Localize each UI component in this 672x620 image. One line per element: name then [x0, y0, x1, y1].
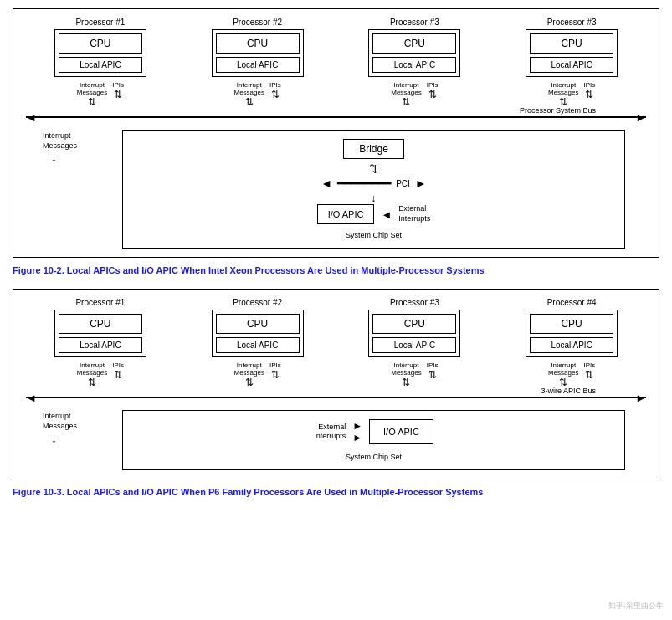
- int-msg-arrow-2: ⇅: [245, 96, 254, 108]
- ipis-arrow-3: ⇅: [428, 89, 437, 100]
- three-wire-label: 3-wire APIC Bus: [541, 387, 596, 395]
- figure-title-2: Figure 10-3.: [13, 487, 64, 497]
- interrupt-item-2-1: InterruptMessages ⇅ IPIs ⇅: [46, 361, 155, 388]
- apic-bus-arrow-left: ◄: [26, 392, 37, 404]
- ipis-group-3: IPIs ⇅: [427, 81, 439, 100]
- diagram2-lower: InterruptMessages ↓ ExternalInterrupts ►…: [22, 410, 650, 470]
- cpu-apic-box-2-4: CPU Local APIC: [526, 310, 618, 357]
- ipis-group-2-1: IPIs ⇅: [112, 361, 124, 381]
- ipis-group-2: IPIs ⇅: [269, 81, 281, 100]
- pci-line: ━━━━━━━━: [337, 177, 391, 190]
- apic-label-3: Local APIC: [372, 57, 456, 73]
- int-msg-group-1: InterruptMessages ⇅: [77, 81, 107, 108]
- pci-arrow-left: ◄: [321, 177, 332, 190]
- ipis-text-3: IPIs: [427, 81, 439, 89]
- bridge-arrow-down: ⇅: [369, 162, 378, 175]
- interrupt-msg-arrow-2: ↓: [51, 432, 57, 445]
- external-interrupts-label-2: ExternalInterrupts: [314, 423, 346, 442]
- processor-system-bus-label: Processor System Bus: [520, 106, 596, 115]
- system-chipset-label-2: System Chip Set: [346, 453, 402, 461]
- ipis-arrow-2-2: ⇅: [271, 369, 280, 381]
- int-msg-group-2-4: InterruptMessages ⇅: [548, 361, 578, 388]
- io-apic-arrow: ◄: [381, 208, 392, 221]
- figure-caption-1: Figure 10-2. Local APICs and I/O APIC Wh…: [13, 264, 659, 277]
- ipis-text-1: IPIs: [112, 81, 124, 89]
- processor-box-4: Processor #3 CPU Local APIC: [517, 18, 626, 77]
- apic-label-2-3: Local APIC: [372, 337, 456, 353]
- processor-box-3: Processor #3 CPU Local APIC: [360, 18, 469, 77]
- cpu-apic-box-2-1: CPU Local APIC: [54, 310, 146, 357]
- int-msg-text-4: InterruptMessages: [548, 81, 578, 96]
- apic-label-2: Local APIC: [216, 57, 300, 73]
- processor-box-2-4: Processor #4 CPU Local APIC: [517, 298, 626, 357]
- int-msg-arrow-3: ⇅: [402, 96, 410, 108]
- interrupt-signals-4: InterruptMessages ⇅ IPIs ⇅: [548, 81, 595, 108]
- interrupt-msg-arrow-1: ↓: [51, 151, 57, 164]
- interrupt-signals-2-4: InterruptMessages ⇅ IPIs ⇅: [548, 361, 595, 388]
- lower-left-2: InterruptMessages ↓: [22, 410, 122, 470]
- int-msg-arrow-2-1: ⇅: [88, 377, 96, 388]
- interrupt-msg-label-1: InterruptMessages: [43, 131, 77, 151]
- interrupt-signals-2-3: InterruptMessages ⇅ IPIs ⇅: [391, 361, 438, 388]
- int-msg-arrow-1: ⇅: [88, 96, 96, 108]
- ipis-arrow-2-4: ⇅: [585, 369, 593, 381]
- chipset-box-2: ExternalInterrupts ► ► I/O APIC System C…: [122, 410, 625, 470]
- int-msg-group-3: InterruptMessages ⇅: [391, 81, 421, 108]
- apic-label-2-1: Local APIC: [59, 337, 142, 353]
- ipis-group-2-4: IPIs ⇅: [583, 361, 595, 381]
- ipis-text-4: IPIs: [583, 81, 595, 89]
- interrupt-signals-2: InterruptMessages ⇅ IPIs ⇅: [234, 81, 281, 108]
- pci-arrow-right: ►: [415, 177, 427, 190]
- int-msg-group-2-2: InterruptMessages ⇅: [234, 361, 264, 388]
- apic-label-4: Local APIC: [530, 57, 613, 73]
- bridge-box: Bridge: [343, 139, 404, 159]
- cpu-label-2-2: CPU: [216, 314, 300, 334]
- interrupt-row-2: InterruptMessages ⇅ IPIs ⇅ InterruptMess…: [22, 361, 650, 388]
- cpu-apic-box-1: CPU Local APIC: [54, 29, 146, 77]
- pci-label: PCI: [396, 179, 410, 188]
- interrupt-msg-label-2: InterruptMessages: [43, 412, 77, 431]
- cpu-apic-box-2-2: CPU Local APIC: [212, 310, 304, 357]
- cpu-label-2: CPU: [216, 33, 300, 54]
- chipset-box-1: Bridge ⇅ ◄ ━━━━━━━━ PCI ► ↓ I/O APIC ◄ E…: [122, 130, 625, 249]
- cpu-label-2-3: CPU: [372, 314, 456, 334]
- processor-box-1: Processor #1 CPU Local APIC: [46, 18, 155, 77]
- interrupt-item-1: InterruptMessages ⇅ IPIs ⇅: [46, 81, 155, 108]
- int-msg-text-2-1: InterruptMessages: [77, 361, 107, 377]
- int-msg-text-2-4: InterruptMessages: [548, 361, 578, 377]
- ipis-arrow-2-1: ⇅: [114, 369, 122, 381]
- processor-label-4: Processor #3: [547, 18, 597, 27]
- ipis-text-2: IPIs: [269, 81, 281, 89]
- ipis-arrow-1: ⇅: [114, 89, 122, 100]
- interrupt-item-2-4: InterruptMessages ⇅ IPIs ⇅: [517, 361, 626, 388]
- int-msg-group-2-3: InterruptMessages ⇅: [391, 361, 421, 388]
- processor-label-2-2: Processor #2: [233, 298, 282, 307]
- interrupt-item-4: InterruptMessages ⇅ IPIs ⇅: [517, 81, 626, 108]
- ext-arrow-2: ►: [352, 432, 362, 443]
- pci-to-io: ↓: [371, 192, 377, 204]
- pci-arrow-down: ↓: [371, 192, 377, 204]
- ipis-group-2-2: IPIs ⇅: [269, 361, 281, 381]
- int-msg-group-4: InterruptMessages ⇅: [548, 81, 578, 108]
- diagram1: Processor #1 CPU Local APIC Processor #2…: [13, 8, 659, 258]
- int-msg-text-1: InterruptMessages: [77, 81, 107, 96]
- bus-arrow-left: ◄: [26, 111, 37, 124]
- processor-box-2: Processor #2 CPU Local APIC: [203, 18, 312, 77]
- figure-caption-2: Figure 10-3. Local APICs and I/O APIC Wh…: [13, 486, 659, 499]
- figure-title-1: Figure 10-2.: [13, 265, 64, 275]
- int-msg-text-2: InterruptMessages: [234, 81, 264, 96]
- apic-bus-arrow-right: ►: [635, 392, 646, 404]
- interrupt-signals-1: InterruptMessages ⇅ IPIs ⇅: [77, 81, 124, 108]
- interrupt-row-1: InterruptMessages ⇅ IPIs ⇅ InterruptMess…: [22, 81, 650, 108]
- int-msg-arrow-2-2: ⇅: [245, 377, 254, 388]
- pci-row: ◄ ━━━━━━━━ PCI ►: [321, 177, 426, 190]
- interrupt-item-2: InterruptMessages ⇅ IPIs ⇅: [203, 81, 312, 108]
- apic-bus-line: [26, 397, 646, 398]
- diagram2: Processor #1 CPU Local APIC Processor #2…: [13, 289, 659, 479]
- interrupt-signals-2-2: InterruptMessages ⇅ IPIs ⇅: [234, 361, 281, 388]
- ipis-arrow-4: ⇅: [585, 89, 593, 100]
- cpu-apic-box-2-3: CPU Local APIC: [368, 310, 460, 357]
- interrupt-item-2-3: InterruptMessages ⇅ IPIs ⇅: [360, 361, 469, 388]
- apic-label-1: Local APIC: [59, 57, 142, 73]
- cpu-apic-box-4: CPU Local APIC: [526, 29, 618, 77]
